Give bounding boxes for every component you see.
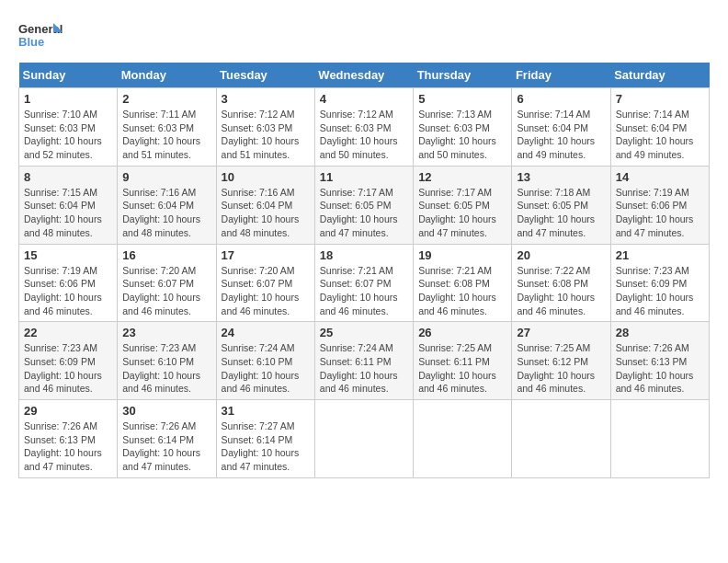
calendar-header-row: SundayMondayTuesdayWednesdayThursdayFrid… — [19, 63, 710, 88]
day-number: 25 — [320, 326, 408, 339]
day-info: Sunrise: 7:21 AM Sunset: 6:08 PM Dayligh… — [418, 264, 506, 318]
calendar-cell: 30Sunrise: 7:26 AM Sunset: 6:14 PM Dayli… — [118, 400, 216, 478]
day-number: 24 — [222, 326, 310, 339]
calendar-cell: 20Sunrise: 7:22 AM Sunset: 6:08 PM Dayli… — [512, 244, 610, 322]
calendar-cell — [414, 400, 512, 478]
page-header: GeneralBlue — [18, 18, 710, 55]
day-info: Sunrise: 7:24 AM Sunset: 6:10 PM Dayligh… — [222, 341, 310, 396]
calendar-cell: 15Sunrise: 7:19 AM Sunset: 6:06 PM Dayli… — [19, 244, 118, 322]
day-number: 13 — [517, 170, 605, 184]
calendar-cell: 8Sunrise: 7:15 AM Sunset: 6:04 PM Daylig… — [19, 166, 118, 244]
day-number: 9 — [122, 170, 210, 184]
day-number: 11 — [320, 170, 408, 184]
day-number: 22 — [24, 326, 112, 339]
calendar-week-row: 1Sunrise: 7:10 AM Sunset: 6:03 PM Daylig… — [19, 88, 710, 167]
calendar-header-tuesday: Tuesday — [216, 63, 314, 88]
calendar-cell: 29Sunrise: 7:26 AM Sunset: 6:13 PM Dayli… — [19, 400, 118, 478]
day-number: 5 — [418, 92, 506, 106]
calendar-cell: 13Sunrise: 7:18 AM Sunset: 6:05 PM Dayli… — [512, 166, 610, 244]
calendar-week-row: 22Sunrise: 7:23 AM Sunset: 6:09 PM Dayli… — [19, 322, 710, 400]
calendar-header-friday: Friday — [512, 63, 610, 88]
day-number: 21 — [616, 248, 704, 262]
day-info: Sunrise: 7:23 AM Sunset: 6:09 PM Dayligh… — [24, 341, 112, 396]
day-info: Sunrise: 7:16 AM Sunset: 6:04 PM Dayligh… — [222, 186, 310, 240]
day-info: Sunrise: 7:23 AM Sunset: 6:09 PM Dayligh… — [616, 264, 704, 318]
calendar-cell: 10Sunrise: 7:16 AM Sunset: 6:04 PM Dayli… — [216, 166, 314, 244]
day-number: 19 — [418, 248, 506, 262]
day-number: 28 — [616, 326, 704, 339]
calendar-cell — [610, 400, 709, 478]
calendar-cell: 28Sunrise: 7:26 AM Sunset: 6:13 PM Dayli… — [610, 322, 709, 400]
day-info: Sunrise: 7:14 AM Sunset: 6:04 PM Dayligh… — [616, 108, 704, 162]
day-number: 3 — [222, 92, 310, 106]
day-number: 16 — [122, 248, 210, 262]
day-info: Sunrise: 7:15 AM Sunset: 6:04 PM Dayligh… — [24, 186, 112, 240]
calendar-header-saturday: Saturday — [610, 63, 709, 88]
calendar-cell: 1Sunrise: 7:10 AM Sunset: 6:03 PM Daylig… — [19, 88, 118, 167]
calendar-week-row: 15Sunrise: 7:19 AM Sunset: 6:06 PM Dayli… — [19, 244, 710, 322]
day-info: Sunrise: 7:23 AM Sunset: 6:10 PM Dayligh… — [122, 341, 210, 396]
calendar-header-wednesday: Wednesday — [314, 63, 413, 88]
day-info: Sunrise: 7:22 AM Sunset: 6:08 PM Dayligh… — [517, 264, 605, 318]
calendar-week-row: 29Sunrise: 7:26 AM Sunset: 6:13 PM Dayli… — [19, 400, 710, 478]
calendar-week-row: 8Sunrise: 7:15 AM Sunset: 6:04 PM Daylig… — [19, 166, 710, 244]
calendar-cell: 27Sunrise: 7:25 AM Sunset: 6:12 PM Dayli… — [512, 322, 610, 400]
day-number: 1 — [24, 92, 112, 106]
day-info: Sunrise: 7:12 AM Sunset: 6:03 PM Dayligh… — [320, 108, 408, 162]
day-number: 8 — [24, 170, 112, 184]
day-number: 15 — [24, 248, 112, 262]
day-number: 17 — [222, 248, 310, 262]
calendar-header-thursday: Thursday — [414, 63, 512, 88]
day-info: Sunrise: 7:13 AM Sunset: 6:03 PM Dayligh… — [418, 108, 506, 162]
day-info: Sunrise: 7:21 AM Sunset: 6:07 PM Dayligh… — [320, 264, 408, 318]
calendar-table: SundayMondayTuesdayWednesdayThursdayFrid… — [18, 63, 710, 478]
calendar-cell: 4Sunrise: 7:12 AM Sunset: 6:03 PM Daylig… — [314, 88, 413, 167]
day-info: Sunrise: 7:25 AM Sunset: 6:11 PM Dayligh… — [418, 341, 506, 396]
calendar-cell: 9Sunrise: 7:16 AM Sunset: 6:04 PM Daylig… — [118, 166, 216, 244]
calendar-cell: 26Sunrise: 7:25 AM Sunset: 6:11 PM Dayli… — [414, 322, 512, 400]
calendar-cell — [512, 400, 610, 478]
logo: GeneralBlue — [18, 18, 64, 55]
calendar-cell: 22Sunrise: 7:23 AM Sunset: 6:09 PM Dayli… — [19, 322, 118, 400]
day-info: Sunrise: 7:14 AM Sunset: 6:04 PM Dayligh… — [517, 108, 605, 162]
day-number: 23 — [122, 326, 210, 339]
calendar-cell: 7Sunrise: 7:14 AM Sunset: 6:04 PM Daylig… — [610, 88, 709, 167]
calendar-cell: 24Sunrise: 7:24 AM Sunset: 6:10 PM Dayli… — [216, 322, 314, 400]
calendar-cell: 21Sunrise: 7:23 AM Sunset: 6:09 PM Dayli… — [610, 244, 709, 322]
day-number: 29 — [24, 404, 112, 418]
day-number: 30 — [122, 404, 210, 418]
calendar-cell: 25Sunrise: 7:24 AM Sunset: 6:11 PM Dayli… — [314, 322, 413, 400]
calendar-cell: 5Sunrise: 7:13 AM Sunset: 6:03 PM Daylig… — [414, 88, 512, 167]
day-number: 12 — [418, 170, 506, 184]
calendar-header-monday: Monday — [118, 63, 216, 88]
calendar-cell: 14Sunrise: 7:19 AM Sunset: 6:06 PM Dayli… — [610, 166, 709, 244]
calendar-cell: 31Sunrise: 7:27 AM Sunset: 6:14 PM Dayli… — [216, 400, 314, 478]
day-info: Sunrise: 7:19 AM Sunset: 6:06 PM Dayligh… — [24, 264, 112, 318]
logo-svg: GeneralBlue — [18, 18, 64, 55]
calendar-cell: 16Sunrise: 7:20 AM Sunset: 6:07 PM Dayli… — [118, 244, 216, 322]
day-info: Sunrise: 7:10 AM Sunset: 6:03 PM Dayligh… — [24, 108, 112, 162]
day-info: Sunrise: 7:17 AM Sunset: 6:05 PM Dayligh… — [418, 186, 506, 240]
day-info: Sunrise: 7:12 AM Sunset: 6:03 PM Dayligh… — [222, 108, 310, 162]
day-info: Sunrise: 7:20 AM Sunset: 6:07 PM Dayligh… — [122, 264, 210, 318]
calendar-cell: 19Sunrise: 7:21 AM Sunset: 6:08 PM Dayli… — [414, 244, 512, 322]
calendar-cell: 2Sunrise: 7:11 AM Sunset: 6:03 PM Daylig… — [118, 88, 216, 167]
day-info: Sunrise: 7:27 AM Sunset: 6:14 PM Dayligh… — [222, 419, 310, 474]
day-number: 4 — [320, 92, 408, 106]
calendar-cell: 23Sunrise: 7:23 AM Sunset: 6:10 PM Dayli… — [118, 322, 216, 400]
day-info: Sunrise: 7:26 AM Sunset: 6:14 PM Dayligh… — [122, 419, 210, 474]
calendar-header-sunday: Sunday — [19, 63, 118, 88]
day-info: Sunrise: 7:25 AM Sunset: 6:12 PM Dayligh… — [517, 341, 605, 396]
day-number: 18 — [320, 248, 408, 262]
calendar-cell: 12Sunrise: 7:17 AM Sunset: 6:05 PM Dayli… — [414, 166, 512, 244]
day-info: Sunrise: 7:26 AM Sunset: 6:13 PM Dayligh… — [24, 419, 112, 474]
calendar-cell: 3Sunrise: 7:12 AM Sunset: 6:03 PM Daylig… — [216, 88, 314, 167]
calendar-cell: 17Sunrise: 7:20 AM Sunset: 6:07 PM Dayli… — [216, 244, 314, 322]
day-info: Sunrise: 7:17 AM Sunset: 6:05 PM Dayligh… — [320, 186, 408, 240]
day-number: 10 — [222, 170, 310, 184]
day-number: 20 — [517, 248, 605, 262]
svg-text:Blue: Blue — [18, 35, 44, 49]
day-info: Sunrise: 7:20 AM Sunset: 6:07 PM Dayligh… — [222, 264, 310, 318]
calendar-cell — [314, 400, 413, 478]
day-info: Sunrise: 7:18 AM Sunset: 6:05 PM Dayligh… — [517, 186, 605, 240]
